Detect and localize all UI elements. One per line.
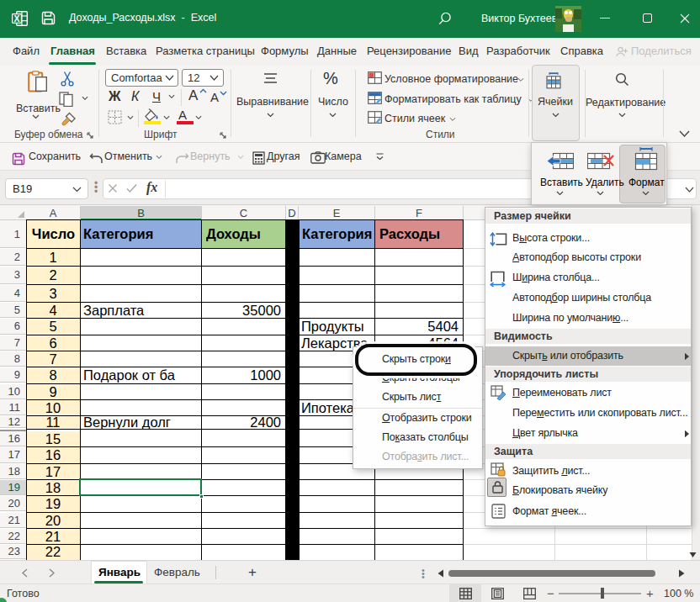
svg-text:X: X bbox=[13, 13, 19, 24]
